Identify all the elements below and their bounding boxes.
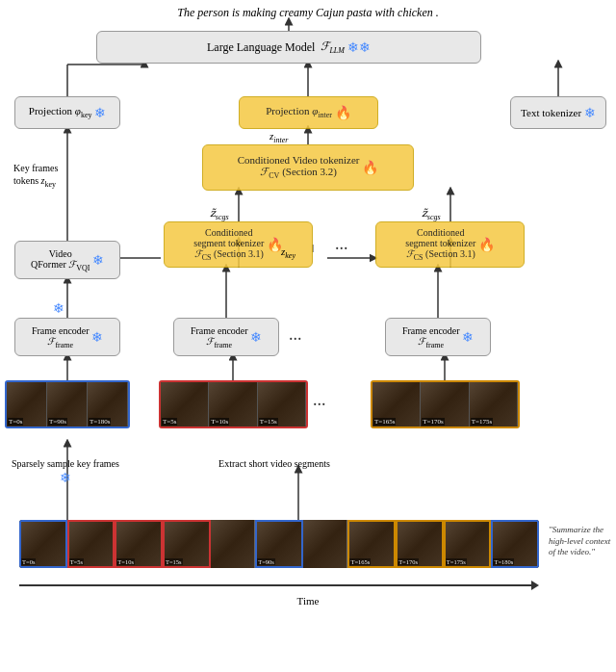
frame-180s: T=180s <box>88 382 128 426</box>
dots-middle: ··· <box>335 239 348 259</box>
time-line <box>19 584 531 586</box>
tl-frame-mid1 <box>211 520 256 568</box>
frame-180s-label: T=180s <box>89 418 111 426</box>
dots-strips: ··· <box>313 395 326 415</box>
text-tokenizer-box: Text tokenizer ❄ <box>510 96 606 129</box>
llm-label: Large Language Model <box>207 40 315 55</box>
llm-box: Large Language Model ℱLLM ❄ ❄ <box>96 31 481 64</box>
time-label: Time <box>297 595 320 607</box>
tl-label-165s: T=165s <box>349 558 371 565</box>
frame-5s-label: T=5s <box>162 418 177 426</box>
tl-frame-175s: T=175s <box>444 520 492 568</box>
z-scgs-right-label: z̃scgs <box>422 207 441 221</box>
tl-label-10s: T=10s <box>116 558 135 565</box>
text-tok-label: Text tokenizer <box>521 107 581 118</box>
frame-enc-right-snowflake: ❄ <box>462 329 474 346</box>
cond-seg-right-box: Conditionedsegment tokenizer ℱCS (Sectio… <box>375 221 525 268</box>
tl-label-5s: T=5s <box>69 558 84 565</box>
z-scgs-left-label: z̃scgs <box>210 207 229 221</box>
z-key-mid-label: zkey <box>281 246 295 260</box>
tl-label-170s: T=170s <box>398 558 419 565</box>
video-qformer-box: VideoQFormer ℱVQI ❄ <box>14 241 120 279</box>
dots-frames: ··· <box>289 329 302 349</box>
tl-frame-165s: T=165s <box>347 520 396 568</box>
proj-inter-label: Projection φinter <box>266 105 332 119</box>
cond-seg-left-box: Conditionedsegment tokenizer ℱCS (Sectio… <box>164 221 313 268</box>
proj-key-snowflake: ❄ <box>94 105 106 121</box>
timeline-strip: T=0s T=5s T=10s T=15s T=90s T=165s T=170… <box>19 520 539 568</box>
tl-frame-15s: T=15s <box>163 520 211 568</box>
tl-frame-90s: T=90s <box>255 520 303 568</box>
cond-video-flame: 🔥 <box>362 160 378 176</box>
frames-strip-mid: T=5s T=10s T=15s <box>159 380 308 428</box>
proj-inter-box: Projection φinter 🔥 <box>239 96 378 129</box>
frame-15s-label: T=15s <box>259 418 278 426</box>
tl-frame-mid2 <box>303 520 348 568</box>
time-arrow <box>19 578 539 593</box>
proj-key-box: Projection φkey ❄ <box>14 96 120 129</box>
proj-inter-flame: 🔥 <box>335 105 351 121</box>
frame-enc-right-box: Frame encoderℱframe ❄ <box>385 318 491 356</box>
video-qformer-label: VideoQFormer ℱVQI <box>31 248 90 272</box>
frame-enc-area-snowflake: ❄ <box>53 300 64 317</box>
frame-10s: T=10s <box>209 382 257 426</box>
frame-170s: T=170s <box>421 382 469 426</box>
tl-frame-5s: T=5s <box>67 520 116 568</box>
cond-seg-left-label: Conditionedsegment tokenizer ℱCS (Sectio… <box>193 227 264 262</box>
llm-snowflake-1: ❄ <box>347 39 359 56</box>
llm-snowflake-2: ❄ <box>359 39 371 56</box>
frame-165s-label: T=165s <box>373 418 396 426</box>
extract-text: Extract short video segments <box>218 458 330 469</box>
frame-enc-mid-snowflake: ❄ <box>250 329 262 346</box>
tl-label-180s: T=180s <box>493 558 514 565</box>
tl-label-90s: T=90s <box>257 558 275 565</box>
frame-enc-right-label: Frame encoderℱframe <box>402 325 460 349</box>
cond-seg-right-flame: 🔥 <box>478 237 495 253</box>
frame-enc-left-box: Frame encoderℱframe ❄ <box>14 318 120 356</box>
label-sparse: Sparsely sample key frames ❄ <box>8 457 123 487</box>
time-arrowhead <box>531 581 539 590</box>
label-extract: Extract short video segments <box>178 457 371 470</box>
llm-math: ℱLLM <box>321 39 345 55</box>
z-inter-label: zinter <box>270 130 288 144</box>
frames-strip-right: T=165s T=170s T=175s <box>371 380 520 428</box>
frame-0s-label: T=0s <box>8 418 23 426</box>
frame-90s: T=90s <box>47 382 88 426</box>
frame-enc-left-snowflake: ❄ <box>91 329 103 346</box>
frame-15s: T=15s <box>258 382 306 426</box>
tl-frame-180s: T=180s <box>491 520 539 568</box>
tl-label-0s: T=0s <box>21 558 36 565</box>
tl-frame-170s: T=170s <box>396 520 444 568</box>
cond-video-label: Conditioned Video tokenizer ℱCV (Section… <box>238 154 360 180</box>
output-text: The person is making creamy Cajun pasta … <box>177 6 439 20</box>
frame-0s: T=0s <box>7 382 47 426</box>
frame-90s-label: T=90s <box>48 418 67 426</box>
frame-enc-mid-label: Frame encoderℱframe <box>191 325 248 349</box>
diagram: The person is making creamy Cajun pasta … <box>0 0 616 672</box>
proj-key-label: Projection φkey <box>29 105 92 119</box>
frame-170s-label: T=170s <box>422 418 444 426</box>
frames-strip-left: T=0s T=90s T=180s <box>5 380 130 428</box>
frame-enc-mid-box: Frame encoderℱframe ❄ <box>173 318 279 356</box>
video-qformer-snowflake: ❄ <box>92 252 104 269</box>
cond-video-box: Conditioned Video tokenizer ℱCV (Section… <box>202 144 414 191</box>
frame-175s-label: T=175s <box>471 418 493 426</box>
cond-seg-right-label: Conditionedsegment tokenizer ℱCS (Sectio… <box>405 227 475 262</box>
quote-box: "Summarize the high-level context of the… <box>549 525 614 558</box>
tl-frame-10s: T=10s <box>115 520 163 568</box>
tl-label-175s: T=175s <box>446 558 467 565</box>
frame-175s: T=175s <box>470 382 518 426</box>
frame-165s: T=165s <box>372 382 421 426</box>
frame-5s: T=5s <box>161 382 209 426</box>
tl-frame-0s: T=0s <box>19 520 67 568</box>
tl-label-15s: T=15s <box>165 558 183 565</box>
sparse-snowflake: ❄ <box>60 471 71 485</box>
frame-enc-left-label: Frame encoderℱframe <box>32 325 90 349</box>
frame-10s-label: T=10s <box>210 418 229 426</box>
key-tokens-label: Key frames tokens zkey <box>13 162 71 190</box>
text-tok-snowflake: ❄ <box>584 105 596 121</box>
